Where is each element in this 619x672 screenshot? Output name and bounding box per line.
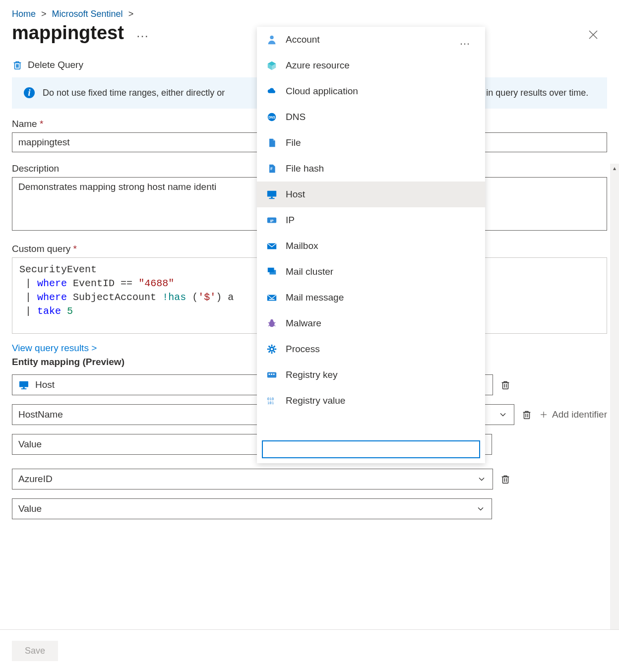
- delete-query-label: Delete Query: [28, 60, 83, 70]
- entity-type-dropdown: Account…Azure resourceCloud applicationD…: [257, 27, 485, 463]
- dropdown-item-label: Mail message: [286, 292, 344, 303]
- dropdown-item-label: File hash: [286, 163, 324, 174]
- svg-line-54: [274, 346, 275, 348]
- breadcrumb-sentinel[interactable]: Microsoft Sentinel: [52, 9, 123, 19]
- mailbox-icon: [266, 240, 278, 252]
- svg-rect-9: [21, 388, 27, 389]
- more-menu-button[interactable]: …: [136, 25, 150, 41]
- gear-icon: [266, 343, 278, 355]
- dropdown-item-label: Mail cluster: [286, 266, 333, 277]
- trash-icon[interactable]: [521, 409, 532, 420]
- dropdown-item-dns[interactable]: DNSDNS: [257, 104, 485, 130]
- dropdown-item-host[interactable]: Host: [257, 182, 485, 207]
- add-identifier-button[interactable]: Add identifier: [539, 409, 607, 420]
- trash-icon[interactable]: [500, 379, 511, 390]
- delete-query-button[interactable]: Delete Query: [12, 60, 83, 70]
- svg-text:#: #: [270, 166, 273, 171]
- dropdown-item-file[interactable]: File: [257, 130, 485, 156]
- svg-rect-31: [267, 191, 276, 197]
- page-title: mappingtest: [12, 22, 124, 44]
- dropdown-more-button[interactable]: …: [459, 35, 471, 48]
- svg-rect-7: [19, 381, 28, 387]
- identifier-value: HostName: [18, 409, 63, 420]
- bug-icon: [266, 317, 278, 329]
- dropdown-item-label: Azure resource: [286, 60, 350, 71]
- dropdown-item-file-hash[interactable]: #File hash: [257, 156, 485, 182]
- identifier-row: AzureID: [12, 469, 607, 489]
- chevron-down-icon: [476, 504, 486, 514]
- dropdown-item-ip[interactable]: IPIP: [257, 207, 485, 233]
- svg-rect-32: [271, 197, 273, 198]
- dropdown-scroll[interactable]: Account…Azure resourceCloud applicationD…: [257, 27, 485, 435]
- svg-rect-57: [269, 373, 270, 375]
- dropdown-item-label: Process: [286, 344, 320, 355]
- svg-rect-40: [269, 299, 275, 300]
- svg-point-47: [270, 347, 273, 351]
- svg-line-53: [274, 351, 275, 353]
- mailmsg-icon: [266, 292, 278, 304]
- plus-icon: [539, 410, 548, 419]
- dropdown-item-account[interactable]: Account…: [257, 27, 485, 53]
- dropdown-item-label: Registry key: [286, 369, 338, 380]
- dropdown-item-registry-key[interactable]: Registry key: [257, 362, 485, 388]
- breadcrumb-separator: >: [128, 9, 134, 19]
- svg-line-55: [269, 351, 270, 353]
- required-indicator: *: [40, 119, 43, 129]
- dropdown-item-mail-message[interactable]: Mail message: [257, 285, 485, 310]
- dropdown-item-azure-resource[interactable]: Azure resource: [257, 53, 485, 78]
- info-icon: i: [24, 87, 35, 98]
- regval-icon: 010101: [266, 395, 278, 407]
- dropdown-item-label: Mailbox: [286, 241, 318, 251]
- dropdown-filter-input[interactable]: [267, 444, 475, 454]
- svg-rect-38: [269, 270, 276, 274]
- identifier-value-row: Value: [12, 498, 607, 519]
- cube-icon: [266, 60, 278, 71]
- dropdown-item-label: Account: [286, 34, 320, 45]
- svg-line-52: [269, 346, 270, 348]
- save-button[interactable]: Save: [12, 641, 58, 661]
- svg-text:DNS: DNS: [268, 116, 275, 119]
- dropdown-item-mail-cluster[interactable]: Mail cluster: [257, 259, 485, 285]
- dropdown-item-malware[interactable]: Malware: [257, 310, 485, 336]
- dropdown-item-label: Host: [286, 189, 305, 200]
- dropdown-item-registry-value[interactable]: 010101Registry value: [257, 388, 485, 414]
- mailcluster-icon: [266, 266, 278, 278]
- svg-line-46: [274, 325, 276, 326]
- svg-text:IP: IP: [270, 219, 274, 223]
- dropdown-item-cloud-application[interactable]: Cloud application: [257, 78, 485, 104]
- identifier-value: AzureID: [18, 474, 53, 485]
- entity-type-value: Host: [35, 379, 55, 390]
- regkey-icon: [266, 369, 278, 381]
- dropdown-filter[interactable]: [262, 440, 480, 458]
- vertical-scrollbar[interactable]: ▴ ▾: [610, 164, 619, 642]
- breadcrumb-home[interactable]: Home: [12, 9, 36, 19]
- breadcrumb-separator: >: [41, 9, 47, 19]
- view-query-results-link[interactable]: View query results >: [12, 343, 97, 354]
- svg-rect-59: [273, 373, 275, 375]
- svg-rect-20: [503, 477, 508, 483]
- host-icon: [266, 188, 278, 200]
- svg-rect-33: [269, 198, 275, 199]
- identifier-select[interactable]: AzureID: [12, 469, 493, 489]
- identifier-value-select[interactable]: Value: [12, 498, 492, 519]
- person-icon: [266, 34, 278, 46]
- dropdown-item-label: Registry value: [286, 395, 345, 406]
- trash-icon: [12, 60, 23, 70]
- svg-point-24: [270, 36, 273, 39]
- dropdown-item-label: Cloud application: [286, 86, 358, 97]
- svg-rect-10: [503, 382, 508, 389]
- chevron-down-icon: [477, 474, 487, 484]
- identifier-value-text: Value: [18, 439, 42, 450]
- svg-line-45: [268, 325, 270, 326]
- svg-point-42: [270, 319, 273, 322]
- dns-icon: DNS: [266, 111, 278, 123]
- close-icon[interactable]: [587, 27, 599, 44]
- dropdown-item-mailbox[interactable]: Mailbox: [257, 233, 485, 259]
- svg-rect-14: [524, 412, 530, 419]
- svg-rect-58: [271, 373, 272, 375]
- add-identifier-label: Add identifier: [552, 409, 607, 420]
- breadcrumb: Home > Microsoft Sentinel >: [0, 0, 619, 22]
- dropdown-item-process[interactable]: Process: [257, 336, 485, 362]
- trash-icon[interactable]: [500, 474, 511, 485]
- scroll-up-arrow[interactable]: ▴: [610, 164, 619, 173]
